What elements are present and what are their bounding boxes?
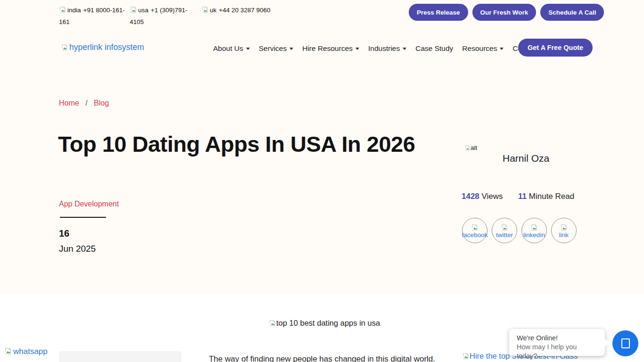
- phone-contact-usa[interactable]: usa+1 (309)791-4105: [130, 4, 191, 28]
- press-release-button[interactable]: Press Release: [409, 4, 468, 21]
- usa-flag-alt-text: usa: [138, 7, 149, 14]
- views-label: Views: [482, 192, 503, 201]
- uk-flag-alt-text: uk: [210, 7, 216, 14]
- chevron-down-icon: [289, 48, 293, 50]
- topbar-buttons: Press Release Our Fresh Work Schedule A …: [409, 4, 604, 21]
- category-link-app-development[interactable]: App Development: [59, 200, 119, 208]
- chevron-down-icon: [500, 48, 504, 50]
- usa-flag-broken-image-icon: [130, 6, 137, 13]
- read-time-count: 11: [518, 192, 527, 201]
- avatar-alt-text: alt: [471, 144, 477, 151]
- phone-number-uk[interactable]: +44 20 3287 9060: [219, 7, 270, 14]
- logo-broken-image-icon: [61, 44, 68, 51]
- nav-case-study[interactable]: Case Study: [415, 44, 453, 53]
- uk-flag-broken-image-icon: [201, 6, 209, 13]
- facebook-broken-image-icon: [471, 224, 479, 231]
- hero-broken-image-icon: [269, 320, 276, 327]
- india-flag-broken-image-icon: [59, 6, 66, 13]
- main-navigation: About Us Services Hire Resources Industr…: [213, 44, 549, 53]
- link-alt-text: link: [559, 231, 569, 239]
- author-avatar: alt: [464, 144, 477, 151]
- hero-image-alt-text: top 10 best dating apps in usa: [276, 319, 380, 327]
- chevron-down-icon: [246, 48, 250, 50]
- linkedin-broken-image-icon: [530, 224, 538, 231]
- linkedin-alt-text: linkedin: [523, 231, 545, 239]
- publish-date-month-year: Jun 2025: [59, 244, 96, 254]
- whatsapp-floating-link[interactable]: whatsapp: [4, 347, 48, 356]
- phone-contact-india[interactable]: india+91 8000-161-161: [59, 4, 130, 28]
- share-linkedin-button[interactable]: linkedin: [521, 218, 547, 243]
- avatar-broken-image-icon: [464, 145, 471, 151]
- twitter-alt-text: twitter: [496, 231, 513, 239]
- share-copy-link-button[interactable]: link: [551, 218, 577, 243]
- publish-date-day: 16: [59, 228, 69, 239]
- breadcrumb: Home / Blog: [59, 99, 109, 107]
- chat-greeting-text: How may I help you today?: [517, 343, 597, 361]
- our-fresh-work-button[interactable]: Our Fresh Work: [472, 4, 537, 21]
- breadcrumb-home-link[interactable]: Home: [59, 99, 79, 107]
- tooltip-arrow: [605, 339, 609, 346]
- twitter-broken-image-icon: [501, 224, 508, 231]
- table-of-contents-box: [59, 351, 182, 362]
- hire-banner-broken-image-icon: [462, 353, 470, 360]
- chat-bubble-icon: [621, 338, 630, 348]
- page-title: Top 10 Dating Apps In USA In 2026: [58, 128, 430, 160]
- site-logo-link[interactable]: hyperlink infosystem: [61, 42, 144, 52]
- article-hero-image: top 10 best dating apps in usa: [269, 319, 380, 328]
- nav-hire-resources[interactable]: Hire Resources: [302, 44, 359, 53]
- share-facebook-button[interactable]: facebook: [462, 218, 487, 243]
- chat-status-tooltip: We're Online! How may I help you today?: [509, 329, 605, 356]
- chat-online-status: We're Online!: [517, 334, 597, 343]
- whatsapp-broken-image-icon: [4, 347, 12, 355]
- read-time-label: Minute Read: [529, 192, 574, 201]
- article-intro-paragraph: The way of finding new people has change…: [204, 353, 440, 362]
- link-broken-image-icon: [560, 224, 568, 231]
- views-count: 1428: [462, 192, 479, 201]
- nav-resources[interactable]: Resources: [462, 44, 504, 53]
- article-stats: 1428 Views 11 Minute Read: [462, 192, 574, 201]
- chat-launcher-button[interactable]: [612, 330, 638, 356]
- author-name: Harnil Oza: [503, 153, 549, 164]
- chevron-down-icon: [355, 48, 359, 50]
- facebook-alt-text: facebook: [462, 231, 488, 239]
- india-flag-alt-text: india: [67, 7, 81, 14]
- breadcrumb-blog-link[interactable]: Blog: [94, 99, 109, 107]
- share-buttons: facebook twitter linkedin link: [462, 218, 577, 243]
- schedule-a-call-button[interactable]: Schedule A Call: [540, 4, 604, 21]
- share-twitter-button[interactable]: twitter: [492, 218, 517, 243]
- get-a-free-quote-button[interactable]: Get A Free Quote: [518, 39, 593, 57]
- whatsapp-alt-text: whatsapp: [13, 347, 48, 356]
- logo-alt-text[interactable]: hyperlink infosystem: [69, 42, 144, 52]
- nav-about-us[interactable]: About Us: [213, 44, 250, 53]
- title-divider: [60, 217, 106, 218]
- chevron-down-icon: [403, 48, 406, 50]
- phone-contact-uk[interactable]: uk+44 20 3287 9060: [201, 4, 300, 16]
- breadcrumb-separator: /: [85, 99, 87, 107]
- nav-industries[interactable]: Industries: [368, 44, 406, 53]
- nav-services[interactable]: Services: [259, 44, 293, 53]
